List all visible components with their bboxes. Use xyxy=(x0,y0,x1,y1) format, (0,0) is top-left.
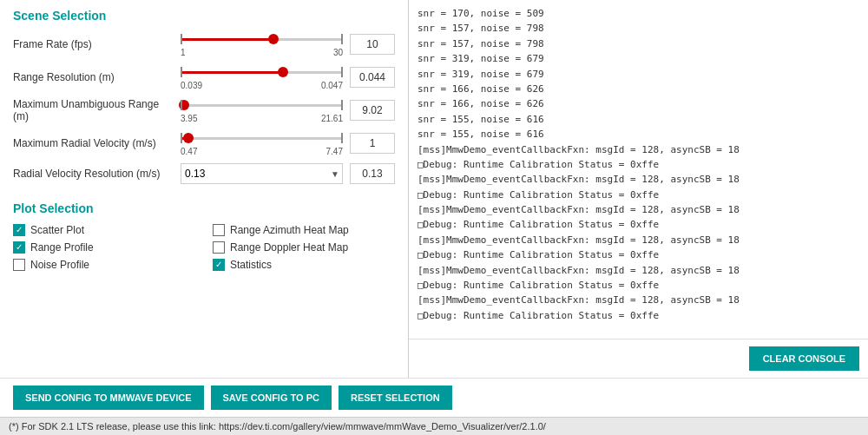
plot-checkbox-row: Range Doppler Heat Map xyxy=(213,241,395,254)
right-panel: snr = 170, noise = 509snr = 157, noise =… xyxy=(408,0,868,378)
plot-checkbox-label: Statistics xyxy=(230,259,272,271)
console-line: [mss]MmwDemo_eventCallbackFxn: msgId = 1… xyxy=(418,234,859,247)
param-row: Range Resolution (m)0.0390.0470.044 xyxy=(13,64,395,90)
console-line: □Debug: Runtime Calibration Status = 0xf… xyxy=(418,248,859,261)
plot-checkbox-row: Range Azimuth Heat Map xyxy=(213,224,395,236)
console-line: snr = 319, noise = 679 xyxy=(418,68,859,81)
slider-track-wrapper[interactable] xyxy=(181,31,343,47)
console-line: snr = 166, noise = 626 xyxy=(418,97,859,110)
slider-thumb[interactable] xyxy=(278,67,288,77)
console-line: snr = 319, noise = 679 xyxy=(418,52,859,65)
slider-labels: 0.477.47 xyxy=(181,147,343,156)
slider-track xyxy=(181,71,343,74)
slider-labels: 0.0390.047 xyxy=(181,81,343,90)
slider-track-wrapper[interactable] xyxy=(181,97,343,113)
velocity-resolution-dropdown[interactable]: 0.13 xyxy=(181,163,343,184)
console-line: snr = 155, noise = 616 xyxy=(418,128,859,141)
slider-end-marker xyxy=(341,133,343,143)
slider-container: 3.9521.61 xyxy=(181,97,343,123)
left-panel: Scene Selection Frame Rate (fps)13010Ran… xyxy=(0,0,408,378)
param-value-box: 0.13 xyxy=(350,163,395,184)
main-content: Scene Selection Frame Rate (fps)13010Ran… xyxy=(0,0,868,378)
param-label: Radial Velocity Resolution (m/s) xyxy=(13,168,174,180)
status-text: (*) For SDK 2.1 LTS release, please use … xyxy=(9,421,546,432)
reset-selection-button[interactable]: RESET SELECTION xyxy=(339,386,452,410)
plot-checkbox-row: Range Profile xyxy=(13,241,195,254)
console-line: [mss]MmwDemo_eventCallbackFxn: msgId = 1… xyxy=(418,173,859,186)
console-line: snr = 155, noise = 616 xyxy=(418,113,859,126)
console-line: snr = 157, noise = 798 xyxy=(418,22,859,35)
param-value-box: 0.044 xyxy=(350,67,395,88)
param-row: Maximum Unambiguous Range (m)3.9521.619.… xyxy=(13,97,395,123)
plot-checkbox-row: Statistics xyxy=(213,259,395,271)
console-line: [mss]MmwDemo_eventCallbackFxn: msgId = 1… xyxy=(418,293,859,306)
slider-track xyxy=(181,137,343,140)
plot-section: Plot Selection Scatter PlotRange Azimuth… xyxy=(13,201,395,271)
dropdown-container: 0.13▼ xyxy=(181,163,343,184)
plot-checkbox-label: Scatter Plot xyxy=(30,224,84,236)
plot-grid: Scatter PlotRange Azimuth Heat MapRange … xyxy=(13,224,395,271)
param-value-box: 10 xyxy=(350,34,395,55)
plot-checkbox[interactable] xyxy=(13,224,25,236)
slider-track xyxy=(181,38,343,41)
slider-min-label: 3.95 xyxy=(181,114,197,123)
plot-checkbox[interactable] xyxy=(13,259,25,271)
slider-end-marker xyxy=(341,67,343,77)
plot-checkbox-label: Range Profile xyxy=(30,241,94,254)
slider-labels: 3.9521.61 xyxy=(181,114,343,123)
slider-end-marker xyxy=(341,100,343,110)
slider-max-label: 0.047 xyxy=(321,81,343,90)
plot-checkbox-label: Range Doppler Heat Map xyxy=(230,241,348,254)
param-label: Range Resolution (m) xyxy=(13,71,174,83)
slider-start-marker xyxy=(181,67,182,77)
slider-end-marker xyxy=(341,34,343,44)
slider-thumb[interactable] xyxy=(183,133,194,143)
slider-max-label: 30 xyxy=(333,48,343,57)
param-row: Radial Velocity Resolution (m/s)0.13▼0.1… xyxy=(13,163,395,184)
plot-checkbox-row: Noise Profile xyxy=(13,259,195,271)
plot-checkbox-label: Range Azimuth Heat Map xyxy=(230,224,349,236)
slider-labels: 130 xyxy=(181,48,343,57)
plot-checkbox[interactable] xyxy=(213,224,225,236)
console-line: snr = 166, noise = 626 xyxy=(418,82,859,96)
param-row: Maximum Radial Velocity (m/s)0.477.471 xyxy=(13,130,395,156)
bottom-buttons-bar: SEND CONFIG TO MMWAVE DEVICE SAVE CONFIG… xyxy=(0,378,868,417)
slider-max-label: 7.47 xyxy=(326,147,343,156)
slider-track-wrapper[interactable] xyxy=(181,64,343,80)
plot-section-title: Plot Selection xyxy=(13,201,395,215)
slider-track-wrapper[interactable] xyxy=(181,130,343,146)
console-line: □Debug: Runtime Calibration Status = 0xf… xyxy=(418,309,859,322)
param-label: Maximum Unambiguous Range (m) xyxy=(13,98,174,122)
slider-min-label: 0.47 xyxy=(181,147,197,156)
clear-console-button[interactable]: CLEAR CONSOLE xyxy=(749,346,859,371)
param-value-box: 9.02 xyxy=(350,100,395,121)
status-bar: (*) For SDK 2.1 LTS release, please use … xyxy=(0,417,868,435)
slider-track xyxy=(181,104,343,107)
param-label: Maximum Radial Velocity (m/s) xyxy=(13,137,174,149)
console-line: [mss]MmwDemo_eventCallbackFxn: msgId = 1… xyxy=(418,264,859,277)
console-footer: CLEAR CONSOLE xyxy=(409,339,868,378)
slider-thumb[interactable] xyxy=(268,34,279,44)
slider-fill xyxy=(181,71,283,74)
slider-max-label: 21.61 xyxy=(321,114,343,123)
slider-start-marker xyxy=(181,100,182,110)
plot-checkbox[interactable] xyxy=(213,259,225,271)
plot-checkbox[interactable] xyxy=(213,241,225,254)
param-value-box: 1 xyxy=(350,133,395,154)
console-line: □Debug: Runtime Calibration Status = 0xf… xyxy=(418,158,859,171)
send-config-button[interactable]: SEND CONFIG TO MMWAVE DEVICE xyxy=(13,386,204,410)
console-line: [mss]MmwDemo_eventCallbackFxn: msgId = 1… xyxy=(418,143,859,156)
params-container: Frame Rate (fps)13010Range Resolution (m… xyxy=(13,31,395,191)
slider-container: 0.477.47 xyxy=(181,130,343,156)
console-line: □Debug: Runtime Calibration Status = 0xf… xyxy=(418,188,859,201)
save-config-button[interactable]: SAVE CONFIG TO PC xyxy=(211,386,332,410)
console-line: snr = 157, noise = 798 xyxy=(418,37,859,50)
plot-checkbox[interactable] xyxy=(13,241,25,254)
console-area[interactable]: snr = 170, noise = 509snr = 157, noise =… xyxy=(409,0,868,339)
console-line: □Debug: Runtime Calibration Status = 0xf… xyxy=(418,218,859,231)
slider-start-marker xyxy=(181,133,182,143)
param-row: Frame Rate (fps)13010 xyxy=(13,31,395,57)
slider-min-label: 1 xyxy=(181,48,186,57)
console-line: [mss]MmwDemo_eventCallbackFxn: msgId = 1… xyxy=(418,203,859,216)
slider-start-marker xyxy=(181,34,182,44)
